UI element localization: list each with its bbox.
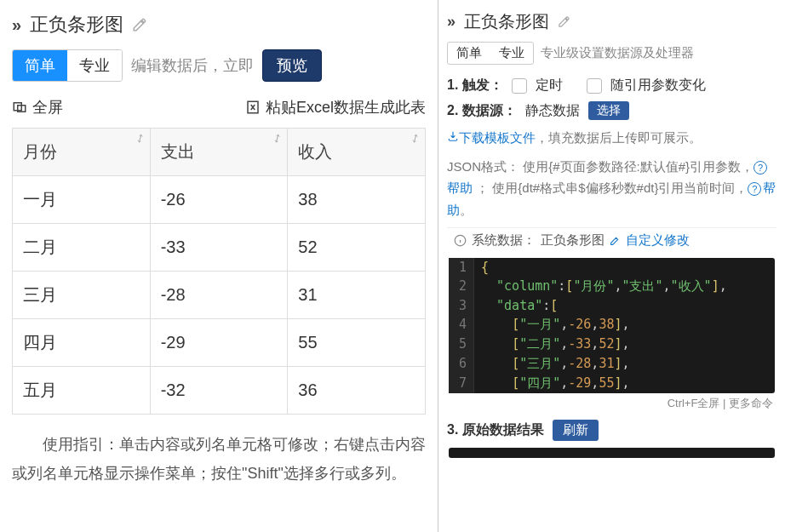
right-panel: » 正负条形图 简单 专业 专业级设置数据源及处理器 1. 触发： 定时 随引用… xyxy=(438,0,785,532)
page-title: 正负条形图 xyxy=(464,10,549,33)
table-cell[interactable]: -29 xyxy=(150,319,288,367)
checkbox-timer[interactable] xyxy=(512,78,527,94)
editor-statusbar[interactable]: Ctrl+F全屏 | 更多命令 xyxy=(447,393,776,420)
table-cell[interactable]: 38 xyxy=(288,176,426,224)
edit-hint: 编辑数据后，立即 xyxy=(131,55,254,76)
edit-icon xyxy=(610,235,621,246)
preview-button[interactable]: 预览 xyxy=(262,49,322,82)
page-title: 正负条形图 xyxy=(30,12,123,37)
checkbox-params[interactable] xyxy=(587,78,602,94)
sort-icon[interactable]: ⤢ xyxy=(408,130,422,146)
section-trigger: 1. 触发： 定时 随引用参数变化 xyxy=(447,77,776,94)
json-format-hint: JSON格式： 使用{#页面参数路径:默认值#}引用参数，?帮助 ； 使用{dt… xyxy=(447,156,776,221)
mode-tabs: 简单 专业 xyxy=(447,42,534,65)
table-cell[interactable]: 31 xyxy=(288,272,426,319)
paste-excel-link[interactable]: 粘贴Excel数据生成此表 xyxy=(245,97,426,117)
column-header[interactable]: 收入⤢ xyxy=(288,129,426,176)
fullscreen-icon xyxy=(12,100,27,115)
usage-guide: 使用指引：单击内容或列名单元格可修改；右键点击内容或列名单元格显示操作菜单；按住… xyxy=(12,430,426,488)
table-row[interactable]: 五月-3236 xyxy=(13,367,426,415)
help-icon[interactable]: ? xyxy=(748,182,761,196)
excel-icon xyxy=(245,100,261,115)
tab-pro[interactable]: 专业 xyxy=(67,50,122,81)
table-cell[interactable]: -26 xyxy=(150,176,288,224)
table-cell[interactable]: 五月 xyxy=(13,367,151,415)
table-row[interactable]: 四月-2955 xyxy=(13,319,426,367)
expand-icon[interactable]: » xyxy=(447,13,456,31)
table-cell[interactable]: 55 xyxy=(288,319,426,367)
table-cell[interactable]: -28 xyxy=(150,272,288,319)
table-cell[interactable]: 52 xyxy=(288,224,426,272)
right-header: » 正负条形图 xyxy=(447,5,776,42)
tab-simple[interactable]: 简单 xyxy=(13,50,67,81)
fullscreen-link[interactable]: 全屏 xyxy=(12,97,63,117)
help-link[interactable]: 帮助 xyxy=(447,180,473,195)
data-table: 月份⤢支出⤢收入⤢ 一月-2638二月-3352三月-2831四月-2955五月… xyxy=(12,128,426,415)
select-button[interactable]: 选择 xyxy=(588,101,629,120)
edit-icon[interactable] xyxy=(132,17,147,32)
table-cell[interactable]: 一月 xyxy=(13,176,151,224)
help-icon[interactable]: ? xyxy=(753,161,767,174)
sort-icon[interactable]: ⤢ xyxy=(133,130,147,146)
section-rawresult: 3. 原始数据结果 刷新 xyxy=(447,420,776,441)
table-cell[interactable]: 二月 xyxy=(13,224,151,272)
download-template-link[interactable]: 下载模板文件 xyxy=(447,130,536,145)
table-row[interactable]: 一月-2638 xyxy=(13,176,426,224)
column-header[interactable]: 月份⤢ xyxy=(13,129,151,176)
info-icon xyxy=(454,234,467,247)
system-data-row: 系统数据： 正负条形图 自定义修改 xyxy=(447,227,776,253)
table-row[interactable]: 三月-2831 xyxy=(13,272,426,319)
table-cell[interactable]: 三月 xyxy=(13,272,151,319)
left-header: » 正负条形图 xyxy=(12,7,426,49)
column-header[interactable]: 支出⤢ xyxy=(150,129,288,176)
table-cell[interactable]: -32 xyxy=(150,367,288,415)
section-datasource: 2. 数据源： 静态数据 选择 xyxy=(447,101,776,120)
download-icon xyxy=(447,130,459,142)
code-editor[interactable]: 1{2 "column":["月份","支出","收入"],3 "data":[… xyxy=(449,258,775,393)
tab-pro[interactable]: 专业 xyxy=(490,43,533,64)
table-row[interactable]: 二月-3352 xyxy=(13,224,426,272)
custom-edit-link[interactable]: 自定义修改 xyxy=(626,232,690,249)
result-box xyxy=(449,448,775,458)
edit-icon[interactable] xyxy=(558,15,570,28)
pro-hint: 专业级设置数据源及处理器 xyxy=(541,45,694,61)
table-cell[interactable]: 四月 xyxy=(13,319,151,367)
sort-icon[interactable]: ⤢ xyxy=(270,130,284,146)
mode-tabs: 简单 专业 xyxy=(12,49,123,82)
refresh-button[interactable]: 刷新 xyxy=(553,420,599,441)
expand-icon[interactable]: » xyxy=(12,15,21,35)
left-panel: » 正负条形图 简单 专业 编辑数据后，立即 预览 全屏 粘贴Excel数据生成… xyxy=(0,0,438,532)
tab-simple[interactable]: 简单 xyxy=(448,43,490,64)
table-cell[interactable]: -33 xyxy=(150,224,288,272)
table-cell[interactable]: 36 xyxy=(288,367,426,415)
